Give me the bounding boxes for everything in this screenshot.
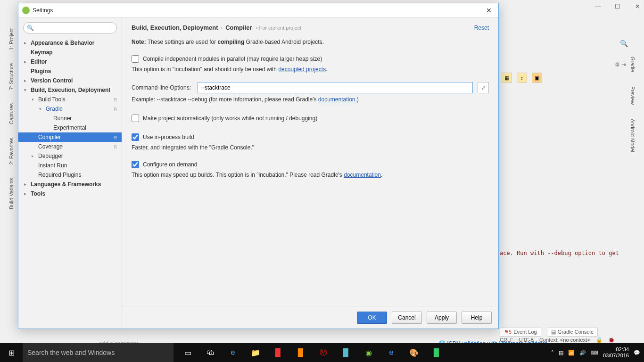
- app-icon[interactable]: ▉: [426, 343, 447, 362]
- minimize-icon[interactable]: —: [593, 3, 603, 10]
- tree-item-label: Version Control: [31, 77, 73, 84]
- windows-taskbar: ⊞ Search the web and Windows ▭ 🛍 e 📁 ▉ ▉…: [0, 343, 644, 362]
- tree-item-compiler[interactable]: Compiler⎘: [18, 132, 122, 142]
- notifications-icon[interactable]: 💬: [634, 350, 640, 356]
- status-bar: ⚑5Event Log ▤Gradle Console: [500, 326, 635, 337]
- tab-preview[interactable]: Preview: [626, 86, 636, 105]
- configure-on-demand-checkbox[interactable]: Configure on demand: [132, 160, 197, 169]
- tab-build-variants[interactable]: Build Variants: [8, 178, 18, 209]
- tree-item-runner[interactable]: Runner: [18, 114, 122, 123]
- tree-item-label: Build Tools: [38, 96, 66, 103]
- tree-item-experimental[interactable]: Experimental: [18, 123, 122, 132]
- dialog-close-button[interactable]: ✕: [483, 7, 495, 14]
- ie-icon[interactable]: e: [381, 343, 402, 362]
- search-icon: 🔍: [27, 25, 34, 31]
- app-icon[interactable]: ▉: [336, 343, 356, 362]
- chevron-right-icon: ›: [221, 25, 223, 31]
- tree-item-coverage[interactable]: Coverage⎘: [18, 142, 122, 151]
- checkbox-label: Compile independent modules in parallel …: [143, 55, 322, 63]
- checkbox-label: Configure on demand: [143, 160, 197, 169]
- checkbox-label: Make project automatically (only works w…: [143, 114, 317, 123]
- explorer-icon[interactable]: 📁: [245, 343, 266, 362]
- android-studio-icon[interactable]: ◉: [358, 343, 379, 362]
- gear-icon[interactable]: ⚙ ⇥: [615, 61, 626, 68]
- volume-icon[interactable]: 🔊: [579, 350, 586, 356]
- tab-gradle[interactable]: Gradle: [626, 57, 636, 72]
- tree-item-editor[interactable]: ▸Editor: [18, 57, 122, 66]
- gradle-doc-link[interactable]: documentation: [318, 96, 355, 103]
- tool-icon[interactable]: ▣: [532, 73, 542, 83]
- edge-icon[interactable]: e: [223, 343, 243, 362]
- system-tray: ˄ ▤ 📶 🔊 ⌨ 02:34 03/07/2016 💬: [551, 346, 644, 359]
- taskbar-search[interactable]: Search the web and Windows: [23, 343, 173, 362]
- paint-icon[interactable]: 🎨: [404, 343, 424, 362]
- decoupled-projects-link[interactable]: decoupled projects: [278, 66, 326, 73]
- store-icon[interactable]: 🛍: [200, 343, 221, 362]
- settings-dialog: Settings ✕ 🔍 ▸Appearance & BehaviorKeyma…: [18, 3, 499, 329]
- app-icon[interactable]: ▉: [290, 343, 311, 362]
- start-button[interactable]: ⊞: [0, 343, 23, 362]
- cmdline-label: Command-line Options:: [132, 83, 193, 92]
- expand-field-button[interactable]: ⤢: [478, 82, 489, 93]
- close-icon[interactable]: ✕: [633, 3, 642, 10]
- search-icon[interactable]: 🔍: [620, 40, 628, 47]
- task-view-icon[interactable]: ▭: [177, 343, 198, 362]
- wifi-icon[interactable]: 📶: [568, 350, 575, 356]
- tree-item-gradle[interactable]: ▾Gradle⎘: [18, 104, 122, 114]
- ide-left-toolwindow-tabs: 1: Project 7: Structure Captures 2: Favo…: [8, 28, 18, 210]
- in-process-build-checkbox[interactable]: Use in-process build: [132, 133, 194, 141]
- tree-item-keymap[interactable]: Keymap: [18, 48, 122, 57]
- scope-badge: ▫ For current project: [256, 25, 301, 31]
- tree-item-languages-frameworks[interactable]: ▸Languages & Frameworks: [18, 180, 122, 189]
- apply-button[interactable]: Apply: [427, 312, 457, 324]
- tool-icon[interactable]: ▦: [502, 73, 512, 83]
- breadcrumb-leaf: Compiler: [225, 24, 252, 31]
- network-icon[interactable]: ▤: [559, 350, 563, 356]
- reset-link[interactable]: Reset: [474, 25, 489, 31]
- input-icon[interactable]: ⌨: [591, 350, 598, 356]
- bug-icon: 🐞: [608, 337, 615, 343]
- compile-parallel-checkbox[interactable]: Compile independent modules in parallel …: [132, 55, 322, 63]
- mcafee-icon[interactable]: Ⓜ: [313, 343, 334, 362]
- tab-structure[interactable]: 7: Structure: [8, 63, 18, 90]
- tree-item-debugger[interactable]: ▸Debugger: [18, 151, 122, 161]
- tree-item-appearance-behavior[interactable]: ▸Appearance & Behavior: [18, 38, 122, 48]
- dialog-titlebar[interactable]: Settings ✕: [18, 3, 498, 17]
- tree-item-required-plugins[interactable]: Required Plugins: [18, 170, 122, 180]
- tab-captures[interactable]: Captures: [8, 103, 18, 124]
- bg-toolbar: ▦ ↕ ▣: [502, 73, 542, 83]
- tree-item-tools[interactable]: ▸Tools: [18, 189, 122, 198]
- tree-item-instant-run[interactable]: Instant Run: [18, 161, 122, 170]
- cancel-button[interactable]: Cancel: [392, 312, 422, 324]
- arrow-icon: ▾: [32, 97, 36, 102]
- tree-item-label: Required Plugins: [38, 172, 81, 178]
- tree-item-plugins[interactable]: Plugins: [18, 66, 122, 76]
- settings-search-input[interactable]: [23, 22, 117, 33]
- breadcrumb-root[interactable]: Build, Execution, Deployment: [132, 24, 218, 31]
- help-button[interactable]: Help: [462, 312, 492, 324]
- bg-window-controls: — ☐ ✕: [593, 3, 642, 10]
- gradle-doc-link-2[interactable]: documentation: [344, 172, 381, 178]
- cmdline-options-input[interactable]: [198, 82, 473, 93]
- ok-button[interactable]: OK: [357, 312, 387, 324]
- tree-item-build-tools[interactable]: ▾Build Tools⎘: [18, 95, 122, 104]
- gradle-console-button[interactable]: ▤Gradle Console: [547, 328, 598, 337]
- maximize-icon[interactable]: ☐: [613, 3, 622, 10]
- clock[interactable]: 02:34 03/07/2016: [603, 346, 629, 359]
- console-output: ace. Run with --debug option to get: [500, 250, 619, 256]
- tab-favorites[interactable]: 2: Favorites: [8, 138, 18, 165]
- tab-project[interactable]: 1: Project: [8, 28, 18, 50]
- tree-item-label: Editor: [31, 58, 47, 65]
- tree-item-version-control[interactable]: ▸Version Control: [18, 76, 122, 85]
- tree-search: 🔍: [23, 22, 117, 33]
- tab-android-model[interactable]: Android Model: [626, 119, 636, 152]
- arrow-icon: ▾: [39, 107, 44, 111]
- tree-item-build-execution-deployment[interactable]: ▾Build, Execution, Deployment: [18, 85, 122, 95]
- event-log-button[interactable]: ⚑5Event Log: [500, 328, 541, 337]
- tree-item-label: Tools: [31, 190, 45, 197]
- app-icon[interactable]: ▉: [268, 343, 289, 362]
- chevron-up-icon[interactable]: ˄: [551, 350, 554, 356]
- tool-icon[interactable]: ↕: [517, 73, 527, 83]
- make-auto-checkbox[interactable]: Make project automatically (only works w…: [132, 114, 317, 123]
- dialog-button-bar: OK Cancel Apply Help: [122, 306, 498, 329]
